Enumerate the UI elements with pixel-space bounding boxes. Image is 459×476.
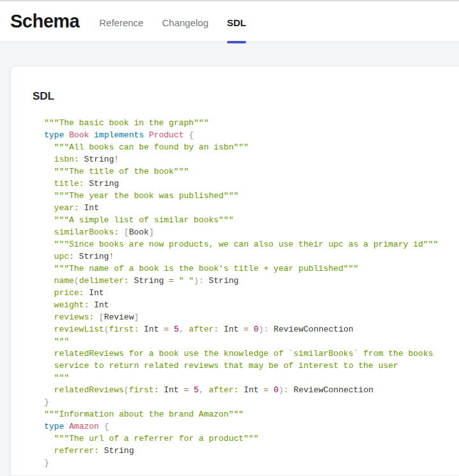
tab-changelog[interactable]: Changelog: [162, 3, 208, 43]
code-line: relatedReviews(first: Int = 5, after: In…: [44, 384, 459, 396]
code-line: similarBooks: [Book]: [44, 226, 459, 238]
content-area: SDL """The basic book in the graph"""typ…: [0, 42, 459, 476]
code-line: """A simple list of similar books""": [44, 214, 459, 226]
tab-sdl[interactable]: SDL: [227, 3, 246, 43]
sdl-card: SDL """The basic book in the graph"""typ…: [10, 66, 459, 476]
tab-bar: Reference Changelog SDL: [99, 3, 246, 43]
code-line: name(delimeter: String = " "): String: [44, 275, 459, 287]
code-line: relatedReviews for a book use the knowle…: [44, 348, 459, 360]
code-line: }: [44, 457, 459, 469]
page-header: Schema Reference Changelog SDL: [0, 1, 459, 42]
code-line: """The url of a referrer for a product""…: [44, 433, 459, 445]
tab-sdl-label: SDL: [227, 17, 246, 28]
active-tab-underline: [227, 41, 246, 43]
code-line: """The year the book was published""": [44, 190, 459, 202]
code-line: """: [44, 335, 459, 348]
code-line: referrer: String: [44, 445, 459, 457]
code-line: service to return related reviews that m…: [44, 360, 459, 372]
page-title: Schema: [10, 11, 79, 32]
code-line: price: Int: [44, 287, 459, 299]
tab-reference[interactable]: Reference: [99, 3, 143, 43]
code-line: title: String: [44, 178, 459, 190]
code-line: weight: Int: [44, 299, 459, 311]
code-line: """The name of a book is the book's titl…: [44, 263, 459, 275]
sdl-heading: SDL: [33, 89, 459, 103]
code-line: isbn: String!: [44, 153, 459, 165]
code-line: year: Int: [44, 202, 459, 214]
sdl-code-block: """The basic book in the graph"""type Bo…: [44, 117, 459, 469]
code-line: reviewList(first: Int = 5, after: Int = …: [44, 323, 459, 335]
code-line: """Information about the brand Amazon""": [44, 408, 459, 420]
code-line: """The basic book in the graph""": [44, 117, 459, 129]
code-line: """All books can be found by an isbn""": [44, 141, 459, 153]
code-line: """The title of the book""": [44, 165, 459, 178]
code-line: }: [44, 396, 459, 408]
code-line: upc: String!: [44, 250, 459, 263]
code-line: type Book implements Product {: [44, 129, 459, 141]
code-line: type Amazon {: [44, 420, 459, 433]
code-line: reviews: [Review]: [44, 311, 459, 323]
code-line: """Since books are now products, we can …: [44, 238, 459, 250]
code-line: """: [44, 372, 459, 384]
